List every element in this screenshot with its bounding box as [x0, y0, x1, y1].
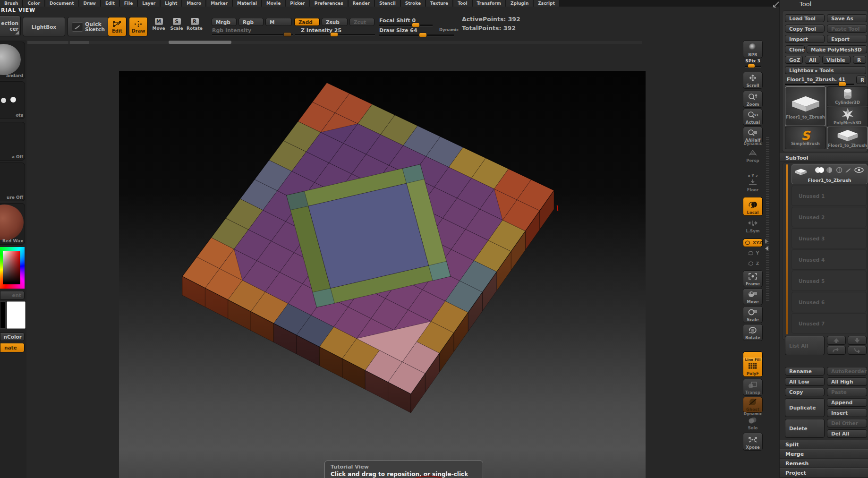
subtool-header[interactable]: SubTool	[780, 154, 868, 162]
h-scrollbar-segment-2[interactable]	[70, 41, 89, 44]
paste-tool-button[interactable]: Paste Tool	[827, 25, 867, 33]
tray-thumb-brush[interactable]: andard	[0, 42, 25, 79]
append-button[interactable]: Append	[827, 398, 867, 407]
strip-xyz-button[interactable]: XYZ	[743, 239, 763, 247]
tool-thumb-polymesh3d[interactable]: PolyMesh3D	[827, 107, 868, 127]
menu-stencil[interactable]: Stencil	[375, 0, 400, 7]
menu-tool[interactable]: Tool	[453, 0, 471, 7]
subtool-item-unused[interactable]: Unused 1	[791, 186, 867, 206]
zadd-button[interactable]: Zadd	[294, 18, 320, 26]
strip-actual-button[interactable]: x1Actual	[743, 109, 763, 126]
delete-button[interactable]: Delete	[785, 419, 825, 438]
strip-ghost-button[interactable]: Ghost	[743, 397, 763, 413]
menu-stroke[interactable]: Stroke	[401, 0, 425, 7]
menu-zscript[interactable]: Zscript	[534, 0, 559, 7]
strip-local-button[interactable]: Local	[743, 197, 763, 216]
divider-open-icon[interactable]	[765, 239, 768, 244]
main-color-swatch[interactable]	[0, 301, 6, 329]
strip-polyf-button[interactable]: Line FillPolyF	[743, 351, 763, 377]
r-button[interactable]: R	[853, 56, 866, 64]
strip-persp-button[interactable]: Persp	[743, 147, 763, 163]
panel-pick-icon[interactable]	[772, 1, 780, 9]
strip-solo-button[interactable]: Solo	[743, 418, 763, 431]
subtool-item-unused[interactable]: Unused 4	[791, 249, 867, 270]
scale-button[interactable]: S Scale	[168, 18, 185, 37]
move-button[interactable]: M Move	[150, 18, 167, 37]
tool-thumb-active[interactable]: Floor1_to_Zbrush	[785, 86, 826, 126]
menu-draw[interactable]: Draw	[79, 0, 100, 7]
z-intensity-handle[interactable]	[330, 32, 338, 37]
strip-scale-button[interactable]: Scale	[743, 306, 763, 323]
menu-document[interactable]: Document	[45, 0, 78, 7]
load-tool-button[interactable]: Load Tool	[785, 14, 825, 22]
strip-aahalf-button[interactable]: AAHalf	[743, 127, 763, 144]
palette-section-split[interactable]: Split	[780, 440, 868, 449]
viewport-canvas[interactable]	[119, 71, 646, 478]
mrgb-button[interactable]: Mrgb	[212, 18, 237, 26]
copy-button[interactable]: Copy	[785, 388, 825, 396]
copy-tool-button[interactable]: Copy Tool	[785, 25, 825, 33]
tool-slider-r-button[interactable]: R	[856, 76, 866, 84]
palette-section-remesh[interactable]: Remesh	[780, 459, 868, 468]
tool-thumb-floor1-small[interactable]: Floor1_to_Zbrush	[827, 127, 868, 149]
lightbox-tools-button[interactable]: Lightbox ▸ Tools	[785, 66, 866, 74]
menu-macro[interactable]: Macro	[182, 0, 205, 7]
m-button[interactable]: M	[265, 18, 292, 26]
menu-picker[interactable]: Picker	[286, 0, 309, 7]
strip-xpose-button[interactable]: Xpose	[743, 433, 763, 451]
h-scrollbar[interactable]	[27, 41, 642, 44]
menu-preferences[interactable]: Preferences	[310, 0, 348, 7]
color-picker[interactable]	[0, 247, 25, 289]
rgb-intensity-slider[interactable]	[212, 34, 293, 36]
menu-color[interactable]: Color	[23, 0, 44, 7]
goz-button[interactable]: GoZ	[785, 56, 803, 64]
menu-brush[interactable]: Brush	[0, 0, 22, 7]
subtool-redo-button[interactable]	[827, 346, 846, 355]
subtool-down-button[interactable]	[848, 336, 867, 345]
clone-button[interactable]: Clone	[785, 45, 805, 53]
subtool-up-button[interactable]	[827, 336, 846, 345]
menu-transform[interactable]: Transform	[473, 0, 505, 7]
quick-sketch-button[interactable]: Quick Sketch	[68, 17, 109, 36]
alternate-button[interactable]: nate	[0, 343, 25, 352]
tray-thumb-material[interactable]: Red Wax	[0, 203, 25, 245]
autoreorder-button[interactable]: AutoReorder	[827, 367, 867, 376]
strip-scroll-button[interactable]: Scroll	[743, 72, 763, 89]
h-scrollbar-thumb[interactable]	[169, 41, 231, 44]
subtool-item-unused[interactable]: Unused 5	[791, 271, 867, 291]
strip-roty-button[interactable]: Y	[743, 249, 763, 257]
visible-button[interactable]: Visible	[822, 56, 851, 64]
gradient-button[interactable]: ent	[0, 291, 25, 299]
strip-move-button[interactable]: Move	[743, 288, 763, 305]
menu-edit[interactable]: Edit	[101, 0, 119, 7]
insert-button[interactable]: Insert	[827, 409, 867, 417]
import-button[interactable]: Import	[785, 35, 825, 43]
rotate-button[interactable]: R Rotate	[186, 18, 203, 37]
draw-size-handle[interactable]	[419, 33, 427, 37]
all-high-button[interactable]: All High	[827, 377, 867, 386]
h-scrollbar-segment[interactable]	[27, 41, 68, 44]
menu-texture[interactable]: Texture	[426, 0, 452, 7]
paste-button[interactable]: Paste	[827, 388, 867, 396]
strip-rotate-button[interactable]: Rotate	[743, 324, 763, 341]
export-button[interactable]: Export	[827, 35, 867, 43]
spix-handle[interactable]	[748, 64, 755, 68]
menu-light[interactable]: Light	[161, 0, 181, 7]
rename-button[interactable]: Rename	[785, 367, 825, 376]
tool-thumb-cylinder3d[interactable]: Cylinder3D	[827, 86, 868, 106]
focal-shift-slider[interactable]	[379, 25, 433, 26]
menu-render[interactable]: Render	[349, 0, 374, 7]
tray-thumb-blank[interactable]: ure Off	[0, 162, 25, 201]
make-polymesh3d-button[interactable]: Make PolyMesh3D	[807, 45, 867, 53]
draw-button[interactable]: Draw	[129, 17, 148, 36]
strip-zoom-button[interactable]: Zoom	[743, 91, 763, 108]
draw-size-slider[interactable]	[379, 34, 454, 36]
subtool-item-unused[interactable]: Unused 7	[791, 313, 867, 333]
palette-section-project[interactable]: Project	[780, 468, 868, 478]
lightbox-button[interactable]: LightBox	[23, 17, 65, 36]
strip-bpr-button[interactable]: BPR	[743, 40, 763, 58]
del-other-button[interactable]: Del Other	[827, 419, 867, 427]
palette-section-merge[interactable]: Merge	[780, 449, 868, 459]
zcut-button[interactable]: Zcut	[349, 18, 374, 26]
strip-rotz-button[interactable]: Z	[743, 259, 763, 268]
